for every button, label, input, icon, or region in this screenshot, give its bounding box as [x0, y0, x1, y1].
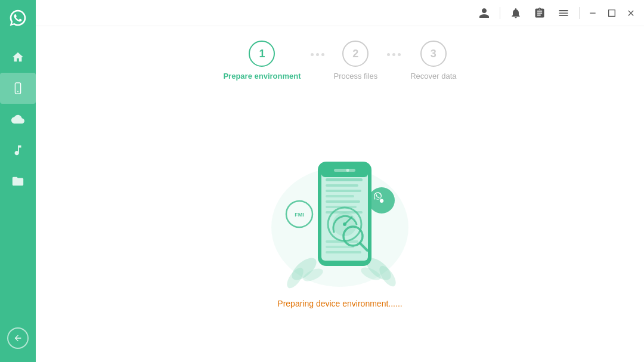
svg-text:●: ● [379, 195, 384, 205]
svg-point-31 [343, 222, 346, 226]
svg-text:FMI: FMI [295, 212, 304, 218]
device-icon [11, 82, 24, 95]
sidebar-item-home[interactable] [0, 42, 36, 73]
svg-point-1 [17, 91, 18, 92]
svg-rect-16 [334, 169, 355, 172]
dot [311, 53, 314, 56]
dot [316, 53, 319, 56]
profile-icon [478, 7, 490, 19]
status-text: Preparing device environment...... [277, 299, 402, 308]
svg-rect-0 [15, 83, 20, 94]
music-icon [11, 144, 24, 157]
svg-rect-22 [326, 200, 360, 203]
step-1-number: 1 [259, 48, 265, 60]
step-2-label: Process files [334, 72, 378, 81]
divider [500, 7, 500, 19]
divider-2 [579, 7, 580, 19]
step-3: 3 Recover data [410, 41, 456, 81]
maximize-button[interactable] [606, 7, 618, 19]
sidebar-item-files[interactable] [0, 166, 36, 197]
step-3-circle: 3 [420, 41, 447, 67]
minimize-button[interactable] [587, 7, 599, 19]
main-content: 1 Prepare environment 2 Process files [36, 0, 644, 362]
svg-rect-18 [326, 178, 363, 181]
sidebar [0, 0, 36, 362]
step-2-number: 2 [352, 48, 358, 60]
back-arrow-icon [13, 333, 23, 343]
dot [321, 53, 324, 56]
whatsapp-logo-icon [8, 8, 27, 27]
dot [387, 53, 390, 56]
dot [398, 53, 401, 56]
sidebar-item-cloud[interactable] [0, 104, 36, 135]
illustration-area: FMI ● [36, 90, 644, 362]
step-2: 2 Process files [334, 41, 378, 81]
svg-rect-19 [326, 184, 358, 187]
step-1-label: Prepare environment [223, 72, 301, 81]
step-1-circle: 1 [249, 41, 275, 67]
back-button[interactable] [7, 327, 29, 349]
svg-rect-20 [326, 190, 361, 192]
cloud-icon [11, 113, 24, 126]
sidebar-item-device[interactable] [0, 73, 36, 104]
files-icon [11, 175, 24, 188]
close-icon [626, 8, 636, 18]
steps-bar: 1 Prepare environment 2 Process files [36, 26, 644, 90]
sidebar-nav [0, 42, 36, 320]
dot [392, 53, 395, 56]
sidebar-item-music[interactable] [0, 135, 36, 166]
phone-illustration: FMI ● [256, 144, 423, 287]
home-icon [11, 51, 24, 64]
svg-rect-27 [326, 251, 361, 253]
step-dots-2 [387, 53, 401, 56]
close-button[interactable] [625, 7, 637, 19]
sidebar-bottom [0, 320, 36, 356]
note-button[interactable] [531, 5, 548, 21]
step-dots-1 [311, 53, 324, 56]
step-2-circle: 2 [342, 41, 369, 67]
note-icon [534, 7, 546, 19]
svg-point-17 [346, 169, 349, 172]
profile-button[interactable] [476, 5, 493, 21]
menu-icon [558, 7, 569, 19]
minimize-icon [588, 8, 597, 18]
bell-button[interactable] [507, 5, 524, 21]
step-3-label: Recover data [410, 72, 456, 81]
menu-button[interactable] [555, 5, 572, 21]
titlebar [36, 0, 644, 26]
app-logo [0, 0, 36, 36]
bell-icon [510, 7, 522, 19]
step-1: 1 Prepare environment [223, 41, 301, 81]
step-3-number: 3 [431, 48, 436, 60]
main-illustration: FMI ● [256, 144, 423, 293]
maximize-icon [607, 8, 617, 18]
svg-rect-21 [326, 195, 354, 197]
